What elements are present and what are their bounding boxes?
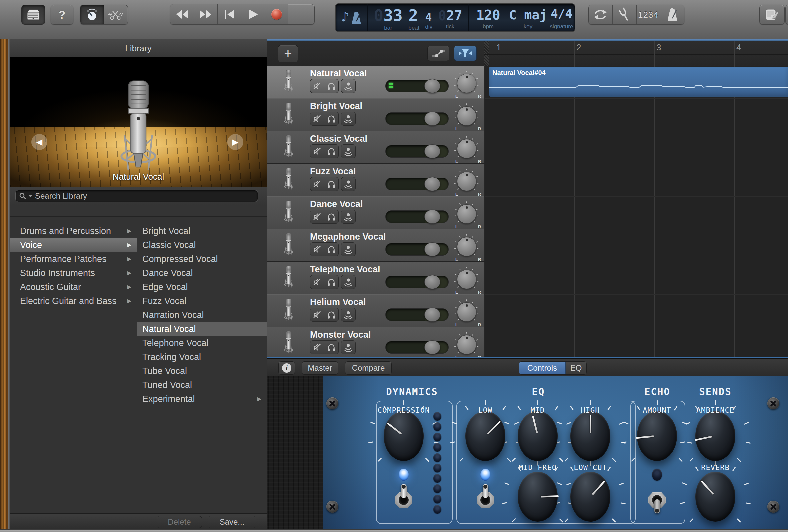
master-button[interactable]: Master [302, 361, 338, 375]
mute-button[interactable] [310, 242, 325, 256]
volume-slider[interactable] [385, 210, 449, 223]
tuner-button[interactable] [613, 5, 637, 24]
play-button[interactable] [241, 4, 265, 24]
mute-button[interactable] [310, 112, 325, 126]
eq-low-cut-knob[interactable] [570, 472, 610, 522]
mute-button[interactable] [310, 79, 325, 93]
automation-button[interactable] [427, 46, 449, 61]
lcd-key-cell[interactable]: C maj key [508, 4, 548, 31]
patch-narration-vocal[interactable]: Narration Vocal [137, 308, 267, 322]
metronome-button[interactable] [660, 5, 684, 24]
pan-knob[interactable] [457, 302, 476, 322]
solo-button[interactable] [324, 79, 339, 93]
volume-slider-thumb[interactable] [424, 112, 440, 126]
cycle-button[interactable] [589, 5, 613, 24]
track-lane[interactable] [485, 131, 788, 163]
pan-knob[interactable] [457, 106, 476, 126]
pan-knob[interactable] [457, 74, 476, 93]
track-header-megaphone-vocal[interactable]: Megaphone Vocal LR [267, 229, 485, 261]
input-monitoring-button[interactable] [341, 308, 356, 322]
track-header-telephone-vocal[interactable]: Telephone Vocal LR [267, 262, 485, 294]
track-header-classic-vocal[interactable]: Classic Vocal LR [267, 131, 485, 163]
track-lane[interactable] [485, 294, 788, 327]
volume-slider[interactable] [385, 178, 449, 190]
track-header-bright-vocal[interactable]: Bright Vocal LR [267, 98, 485, 131]
patch-fuzz-vocal[interactable]: Fuzz Vocal [137, 294, 267, 308]
quick-help-button[interactable]: ? [51, 5, 73, 25]
search-input[interactable] [34, 191, 236, 201]
editors-button[interactable] [104, 5, 127, 24]
category-acoustic-guitar[interactable]: Acoustic Guitar▶ [10, 280, 137, 294]
search-field[interactable] [15, 190, 258, 202]
audio-region[interactable]: Natural Vocal#04 [489, 67, 788, 97]
volume-slider-thumb[interactable] [424, 177, 440, 191]
lcd-position-cell[interactable]: 033 bar 2 beat 4 div 027 tick [368, 4, 469, 31]
solo-button[interactable] [324, 242, 339, 256]
pan-knob[interactable] [457, 270, 476, 289]
tab-controls[interactable]: Controls [519, 362, 566, 374]
volume-slider[interactable] [385, 341, 449, 354]
input-monitoring-button[interactable] [341, 210, 356, 224]
track-lane[interactable] [485, 262, 788, 294]
eq-power-switch[interactable] [475, 484, 495, 513]
track-header-helium-vocal[interactable]: Helium Vocal LR [267, 294, 485, 327]
timeline-ruler[interactable]: 1 2 3 4 [489, 41, 788, 66]
solo-button[interactable] [324, 210, 339, 224]
track-header-fuzz-vocal[interactable]: Fuzz Vocal LR [267, 164, 485, 196]
solo-button[interactable] [324, 112, 339, 126]
input-monitoring-button[interactable] [341, 242, 356, 256]
go-to-beginning-button[interactable] [218, 4, 241, 24]
volume-slider[interactable] [385, 243, 449, 256]
previous-patch-arrow[interactable]: ◀ [31, 134, 47, 150]
patch-dance-vocal[interactable]: Dance Vocal [137, 266, 267, 280]
solo-button[interactable] [324, 177, 339, 191]
lcd-tempo-cell[interactable]: 120 bpm [469, 4, 508, 31]
eq-high-knob[interactable] [570, 411, 610, 461]
add-track-button[interactable]: + [278, 45, 298, 62]
echo-amount-knob[interactable] [637, 411, 677, 461]
input-monitoring-button[interactable] [341, 177, 356, 191]
patch-classic-vocal[interactable]: Classic Vocal [137, 238, 267, 252]
mute-button[interactable] [310, 340, 325, 354]
patch-tuned-vocal[interactable]: Tuned Vocal [137, 378, 267, 392]
delete-patch-button[interactable]: Delete [157, 516, 202, 528]
volume-slider-thumb[interactable] [424, 275, 440, 289]
mute-button[interactable] [310, 144, 325, 158]
solo-button[interactable] [324, 340, 339, 354]
lcd-mode-cell[interactable]: ♪ [336, 4, 368, 31]
volume-slider[interactable] [385, 145, 449, 158]
record-button[interactable] [265, 4, 288, 24]
track-lane[interactable] [485, 327, 788, 358]
volume-slider[interactable] [385, 276, 449, 288]
volume-slider-thumb[interactable] [424, 210, 440, 224]
patch-experimental[interactable]: Experimental▶ [137, 392, 267, 406]
pan-knob[interactable] [457, 139, 476, 158]
volume-slider[interactable] [385, 308, 449, 321]
lcd-display[interactable]: ♪ 033 bar 2 beat [335, 3, 575, 32]
rewind-button[interactable] [170, 4, 194, 24]
pan-knob[interactable] [457, 335, 476, 354]
ambience-knob[interactable] [695, 411, 735, 461]
category-electric-guitar-bass[interactable]: Electric Guitar and Bass▶ [10, 294, 137, 308]
pan-knob[interactable] [457, 237, 476, 256]
smart-controls-button[interactable] [80, 5, 104, 24]
category-studio-instruments[interactable]: Studio Instruments▶ [10, 266, 137, 280]
pan-knob[interactable] [457, 204, 476, 224]
volume-slider-thumb[interactable] [424, 144, 440, 158]
volume-slider[interactable] [385, 80, 449, 92]
track-lane[interactable] [485, 98, 788, 131]
catch-playhead-button[interactable] [454, 46, 477, 61]
mute-button[interactable] [310, 308, 325, 322]
patch-edge-vocal[interactable]: Edge Vocal [137, 280, 267, 294]
input-monitoring-button[interactable] [341, 79, 356, 93]
tab-eq[interactable]: EQ [566, 362, 586, 374]
dynamics-power-switch[interactable] [394, 484, 414, 513]
mute-button[interactable] [310, 275, 325, 289]
reverb-knob[interactable] [695, 472, 735, 522]
track-header-monster-vocal[interactable]: Monster Vocal LR [267, 327, 485, 358]
category-voice[interactable]: Voice▶ [10, 238, 137, 252]
solo-button[interactable] [324, 308, 339, 322]
patch-tracking-vocal[interactable]: Tracking Vocal [137, 350, 267, 364]
input-monitoring-button[interactable] [341, 340, 356, 354]
solo-button[interactable] [324, 144, 339, 158]
